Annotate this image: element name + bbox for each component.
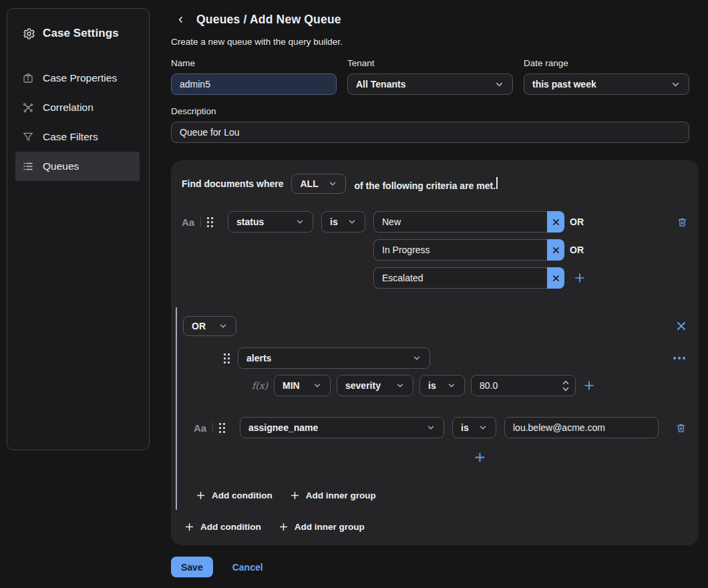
field-select-status[interactable]: status [228,211,313,233]
chevron-down-icon [347,217,357,227]
function-row: f(x) MIN severity is [252,375,688,396]
plus-icon [574,272,586,284]
chevron-down-icon [426,423,435,432]
case-sensitivity-toggle[interactable]: Aa [194,422,206,434]
subfield-select[interactable]: severity [337,375,413,396]
sidebar-item-case-properties[interactable]: Case Properties [15,63,140,93]
date-range-select[interactable]: this past week [524,74,689,95]
plus-icon [290,490,300,500]
delete-condition-button[interactable] [675,215,689,229]
severity-value-input[interactable]: 80.0 [471,375,576,396]
more-options-button[interactable] [671,354,688,362]
add-function-value-button[interactable] [582,378,596,393]
operator-select-alerts[interactable]: is [419,375,465,396]
field-select-value: status [236,216,264,227]
sidebar-item-queues[interactable]: Queues [15,152,140,181]
number-stepper[interactable] [562,379,570,393]
group-operator-select[interactable]: OR [183,316,236,336]
chevron-down-icon [395,381,405,390]
remove-group-button[interactable] [675,319,688,333]
form-actions: Save Cancel [171,557,699,577]
remove-value-button[interactable] [547,267,564,289]
match-operator-select[interactable]: ALL [291,174,346,194]
trash-icon [677,216,688,228]
chevron-down-icon [328,179,337,188]
severity-value: 80.0 [480,380,498,391]
drag-handle-icon[interactable] [219,423,225,433]
list-icon [22,160,34,172]
group-header: OR [183,316,688,336]
join-or-label: OR [570,216,584,227]
condition-value-row: OR [373,239,689,261]
trash-icon [675,422,687,434]
date-range-field-group: Date range this past week [524,58,689,95]
remove-value-button[interactable] [547,239,564,261]
plus-icon [583,380,595,392]
chevron-down-icon [295,217,305,227]
add-assignee-value-button[interactable] [472,450,488,465]
gutter-divider [200,216,201,227]
field-select-assignee[interactable]: assignee_name [240,417,444,438]
function-select[interactable]: MIN [274,375,331,396]
back-button[interactable] [175,14,186,25]
sidebar-item-label: Correlation [43,102,94,114]
close-icon [552,274,560,283]
chevron-down-icon [447,381,456,390]
chevron-down-icon [218,321,228,331]
chevron-down-icon [671,80,681,90]
plus-icon [196,490,206,500]
add-inner-group-button[interactable]: Add inner group [290,490,376,500]
sidebar-nav: Case Properties Correlation Case Filters [7,63,149,181]
add-condition-button[interactable]: Add condition [184,522,261,532]
condition-gutter: Aa [194,422,240,434]
function-select-value: MIN [283,380,300,391]
case-sensitivity-toggle[interactable]: Aa [182,216,194,228]
close-icon [552,218,560,227]
delete-condition-button[interactable] [674,421,688,435]
condition-row-alerts: alerts [224,347,688,369]
join-or-label: OR [570,245,584,255]
value-input-0[interactable] [373,211,547,233]
remove-value-button[interactable] [547,211,564,233]
date-range-select-value: this past week [532,79,596,90]
drag-handle-icon[interactable] [224,353,230,363]
add-value-button[interactable] [572,271,587,285]
page-subtitle: Create a new queue with the query builde… [171,37,699,47]
field-select-value: assignee_name [248,422,318,433]
value-input-1[interactable] [373,239,547,261]
close-icon [552,246,560,255]
group-add-row: Add condition Add inner group [196,490,688,500]
field-select-alerts[interactable]: alerts [238,347,430,369]
add-inner-group-label: Add inner group [295,522,365,532]
sidebar-item-correlation[interactable]: Correlation [15,93,140,122]
add-condition-label: Add condition [200,522,261,532]
description-input[interactable] [171,122,689,143]
subfield-select-value: severity [345,380,381,391]
condition-row-assignee: Aa assignee_name is [194,417,688,438]
cancel-button[interactable]: Cancel [232,562,263,573]
drag-handle-icon[interactable] [207,217,213,227]
date-range-label: Date range [524,58,689,68]
assignee-value-input[interactable] [504,417,659,438]
operator-select-status[interactable]: is [321,211,365,233]
correlation-network-icon [22,102,34,114]
chevron-left-icon [176,15,185,24]
chevron-down-icon [494,80,504,90]
condition-gutter: Aa [182,216,228,228]
close-icon [676,321,687,331]
builder-intro-row: Find documents where ALL of the followin… [182,174,688,194]
sidebar-item-label: Case Properties [43,72,117,84]
operator-select-assignee[interactable]: is [452,417,496,438]
value-input-2[interactable] [373,267,547,289]
sidebar-item-case-filters[interactable]: Case Filters [15,122,140,152]
add-inner-group-button[interactable]: Add inner group [279,522,365,532]
group-operator-value: OR [192,321,206,331]
briefcase-info-icon [22,72,34,84]
add-condition-button[interactable]: Add condition [196,490,273,500]
chevron-down-icon [313,381,322,390]
add-value-row [472,450,688,466]
save-button[interactable]: Save [171,557,213,577]
sidebar-title: Case Settings [43,27,119,40]
name-input[interactable] [171,74,337,95]
tenant-select[interactable]: All Tenants [347,74,513,95]
